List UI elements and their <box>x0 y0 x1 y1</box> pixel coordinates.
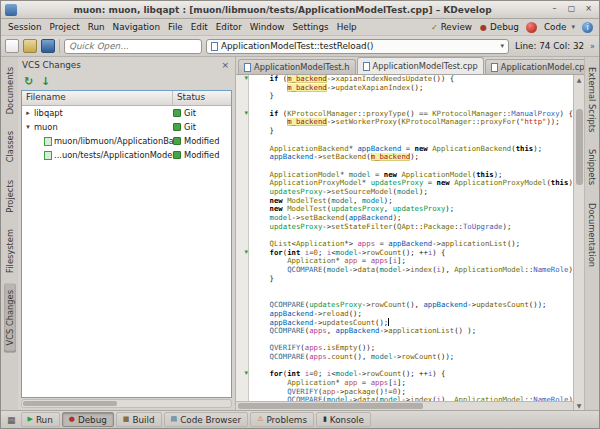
code-line[interactable]: QCOMPARE(model->data(model->index(i), Ap… <box>236 266 573 275</box>
code-line[interactable]: } <box>236 127 573 136</box>
code-line[interactable]: appBackend->updatesCount(); <box>236 318 573 327</box>
code-line[interactable] <box>236 162 573 171</box>
open-document-icon[interactable] <box>23 39 37 53</box>
code-line[interactable] <box>236 231 573 240</box>
editor-hscroll-thumb[interactable] <box>238 403 423 409</box>
vcs-horizontal-scrollbar[interactable] <box>21 399 232 408</box>
code-line[interactable]: ▾ for(int i=0; i<model->rowCount(); ++i)… <box>236 249 573 258</box>
code-line[interactable] <box>236 292 573 301</box>
fold-arrow-icon[interactable]: ▾ <box>244 369 248 377</box>
code-line[interactable]: ApplicationProxyModel* updatesProxy = ne… <box>236 179 573 188</box>
toolview-button-run[interactable]: ▶Run <box>21 412 60 427</box>
editor-horizontal-scrollbar[interactable] <box>236 401 573 410</box>
code-line[interactable]: ▾ for(int i=0; i<model->rowCount(); ++i)… <box>236 370 573 379</box>
code-line[interactable]: QList<Application*> apps = appBackend->a… <box>236 240 573 249</box>
close-icon[interactable]: × <box>582 3 595 16</box>
menu-item-project[interactable]: Project <box>46 21 84 33</box>
toolview-button-debug[interactable]: ●Debug <box>62 412 114 427</box>
code-line[interactable]: m_backend->updateXapianIndex(); <box>236 84 573 93</box>
code-line[interactable]: appBackend->reload(); <box>236 310 573 319</box>
editor-vscroll-thumb[interactable] <box>576 109 583 185</box>
fold-arrow-icon[interactable]: ▾ <box>244 248 248 256</box>
vcs-commit-icon[interactable]: ↓ <box>38 74 53 89</box>
code-line[interactable]: QCOMPARE(apps.count(), model->rowCount()… <box>236 353 573 362</box>
editor-vertical-scrollbar[interactable]: ▲ ▼ <box>573 75 584 410</box>
dock-tab-external-scripts[interactable]: External Scripts <box>586 60 598 139</box>
review-button[interactable]: ✓ Review <box>427 21 476 33</box>
vcs-row[interactable]: ...uon/tests/ApplicationModelTest.cppMod… <box>22 148 231 162</box>
fold-arrow-icon[interactable]: ▾ <box>244 109 248 117</box>
tree-expander-icon[interactable]: ▾ <box>24 123 32 131</box>
code-line[interactable]: ApplicationModel* model = new Applicatio… <box>236 171 573 180</box>
code-line[interactable]: } <box>236 275 573 284</box>
dock-tab-projects[interactable]: Projects <box>4 173 16 220</box>
menu-item-navigation[interactable]: Navigation <box>109 21 164 33</box>
dock-tab-documents[interactable]: Documents <box>4 60 16 121</box>
code-line[interactable]: QVERIFY(apps.isEmpty()); <box>236 344 573 353</box>
menu-item-settings[interactable]: Settings <box>289 21 333 33</box>
vcs-row[interactable]: ▾muonGit <box>22 120 231 134</box>
toolviews-grid-icon[interactable]: ▦ <box>4 415 19 425</box>
dock-tab-filesystem[interactable]: Filesystem <box>4 222 16 280</box>
code-area-button[interactable]: Code ▾ <box>540 21 579 33</box>
code-line[interactable]: QCOMPARE(apps, appBackend->applicationLi… <box>236 327 573 336</box>
debug-area-button[interactable]: ● Debug <box>476 21 523 33</box>
menu-item-run[interactable]: Run <box>84 21 109 33</box>
editor-tab-applicationmodel-cpp[interactable]: ApplicationModel.cpp <box>485 59 584 74</box>
toolbar-extender-icon[interactable]: » <box>590 42 595 51</box>
code-line[interactable]: Application* app = apps[i]; <box>236 379 573 388</box>
menu-item-help[interactable]: Help <box>333 21 361 33</box>
dock-tab-vcs-changes[interactable]: VCS Changes <box>4 283 16 352</box>
code-line[interactable] <box>236 362 573 371</box>
editor-tab-applicationmodeltest-cpp[interactable]: ApplicationModelTest.cpp <box>357 57 484 74</box>
menu-item-window[interactable]: Window <box>246 21 289 33</box>
tree-expander-icon[interactable]: ▸ <box>24 109 32 117</box>
toolview-button-code-browser[interactable]: ▤Code Browser <box>164 412 249 427</box>
column-header-status[interactable]: Status <box>173 91 231 105</box>
code-line[interactable]: ApplicationBackend* appBackend = new App… <box>236 145 573 154</box>
maximize-icon[interactable]: ▢ <box>565 3 578 16</box>
save-icon[interactable] <box>41 39 55 53</box>
dock-tab-snippets[interactable]: Snippets <box>586 142 598 192</box>
vcs-row[interactable]: muon/libmuon/ApplicationBackend.cppModif… <box>22 134 231 148</box>
vcs-update-icon[interactable]: ↻ <box>21 74 36 89</box>
code-line[interactable]: updatesProxy->setStateFilter(QApt::Packa… <box>236 223 573 232</box>
code-line[interactable]: model->setBackend(appBackend); <box>236 214 573 223</box>
toolview-button-konsole[interactable]: ▮Konsole <box>316 412 371 427</box>
menu-item-edit[interactable]: Edit <box>187 21 212 33</box>
dock-tab-documentation[interactable]: Documentation <box>586 196 598 274</box>
code-line[interactable]: QVERIFY(app->package()!=0); <box>236 388 573 397</box>
new-document-icon[interactable] <box>5 39 19 53</box>
dock-tab-classes[interactable]: Classes <box>4 124 16 169</box>
blue-circle-icon[interactable]: i <box>582 22 593 33</box>
toolview-button-problems[interactable]: ⚠Problems <box>250 412 314 427</box>
code-line[interactable] <box>236 101 573 110</box>
vcs-close-icon[interactable]: × <box>219 60 231 70</box>
code-line[interactable]: new ModelTest(updatesProxy, updatesProxy… <box>236 205 573 214</box>
menu-item-session[interactable]: Session <box>4 21 46 33</box>
scroll-up-icon[interactable]: ▲ <box>577 75 582 84</box>
editor-tab-applicationmodeltest-h[interactable]: ApplicationModelTest.h <box>238 59 356 74</box>
red-circle-icon[interactable] <box>526 22 537 33</box>
code-line[interactable]: } <box>236 92 573 101</box>
toolview-button-build[interactable]: ■Build <box>116 412 162 427</box>
titlebar[interactable]: muon: muon, libqapt : [muon/libmuon/test… <box>1 1 599 19</box>
code-line[interactable]: Application* app = apps[i]; <box>236 257 573 266</box>
column-header-filename[interactable]: Filename <box>22 91 173 105</box>
menu-item-file[interactable]: File <box>164 21 187 33</box>
vcs-hscroll-thumb[interactable] <box>23 401 117 406</box>
vcs-row[interactable]: ▸libqaptGit <box>22 106 231 120</box>
code-line[interactable] <box>236 336 573 345</box>
code-line[interactable] <box>236 136 573 145</box>
code-line[interactable]: QCOMPARE(updatesProxy->rowCount(), appBa… <box>236 301 573 310</box>
code-line[interactable]: appBackend->setBackend(m_backend); <box>236 153 573 162</box>
context-browser-combo[interactable]: ApplicationModelTest::testReload() ▾ <box>206 39 509 54</box>
code-line[interactable]: new ModelTest(model, model); <box>236 197 573 206</box>
quick-open-input[interactable] <box>64 39 202 54</box>
menu-item-editor[interactable]: Editor <box>212 21 246 33</box>
code-line[interactable]: ▾ if (m_backend->xapianIndexNeedsUpdate(… <box>236 75 573 84</box>
code-lines[interactable]: ▾ if (m_backend->xapianIndexNeedsUpdate(… <box>236 75 573 401</box>
code-line[interactable]: ▾ if (KProtocolManager::proxyType() == K… <box>236 110 573 119</box>
code-line[interactable]: m_backend->setWorkerProxy(KProtocolManag… <box>236 118 573 127</box>
scroll-track[interactable] <box>576 84 583 401</box>
